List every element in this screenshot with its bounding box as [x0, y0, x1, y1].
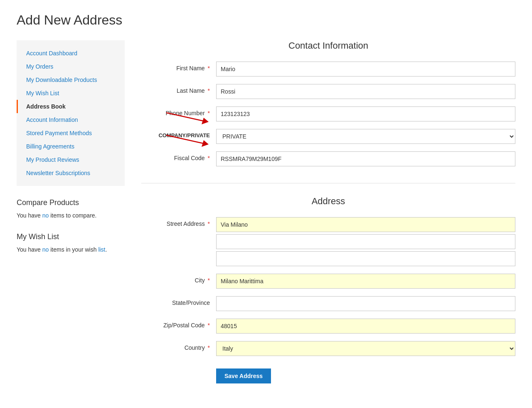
contact-section-title: Contact Information	[141, 40, 515, 51]
city-input[interactable]	[216, 274, 515, 289]
compare-products-title: Compare Products	[17, 198, 125, 207]
last-name-input[interactable]	[216, 84, 515, 99]
zip-postal-code-label: Zip/Postal Code *	[141, 319, 216, 329]
city-field	[216, 274, 515, 289]
compare-products-section: Compare Products You have no items to co…	[17, 198, 125, 220]
form-actions: Save Address	[216, 368, 515, 383]
zip-required: *	[208, 322, 210, 329]
wish-list-title: My Wish List	[17, 232, 125, 241]
zip-postal-code-field	[216, 319, 515, 334]
city-group: City *	[141, 274, 515, 289]
country-group: Country * Italy United States Germany Fr…	[141, 341, 515, 356]
street-address-group: Street Address *	[141, 217, 515, 266]
fiscal-code-group: Fiscal Code *	[141, 151, 515, 166]
first-name-required: *	[208, 65, 210, 72]
city-label: City *	[141, 274, 216, 284]
street-address-field	[216, 217, 515, 266]
compare-no-link[interactable]: no	[42, 212, 49, 219]
company-private-field: PRIVATE COMPANY	[216, 129, 515, 144]
zip-postal-code-input[interactable]	[216, 319, 515, 334]
main-content: Contact Information First Name * Last Na…	[141, 40, 515, 383]
fiscal-code-input[interactable]	[216, 151, 515, 166]
svg-marker-1	[202, 118, 209, 124]
sidebar-item-my-orders[interactable]: My Orders	[17, 60, 125, 73]
first-name-field	[216, 62, 515, 77]
last-name-label: Last Name *	[141, 84, 216, 94]
address-section-title: Address	[141, 196, 515, 207]
city-required: *	[208, 277, 210, 284]
save-address-button[interactable]: Save Address	[216, 368, 271, 383]
country-label: Country *	[141, 341, 216, 351]
phone-number-label: Phone Number *	[141, 106, 216, 116]
country-field: Italy United States Germany France Spain	[216, 341, 515, 356]
state-province-field	[216, 296, 515, 311]
company-private-select[interactable]: PRIVATE COMPANY	[216, 129, 515, 144]
sidebar-item-my-downloadable-products[interactable]: My Downloadable Products	[17, 73, 125, 87]
wish-list-text: You have no items in your wish list.	[17, 245, 125, 254]
street-address-input-2[interactable]	[216, 234, 515, 249]
state-province-label: State/Province	[141, 296, 216, 306]
phone-number-required: *	[208, 110, 210, 116]
company-private-label: COMPANY/PRIVATE	[141, 129, 216, 138]
fiscal-code-required: *	[208, 155, 210, 161]
address-section: Address Street Address *	[141, 196, 515, 356]
last-name-required: *	[208, 87, 210, 94]
street-address-required: *	[208, 220, 210, 227]
sidebar-item-my-wish-list[interactable]: My Wish List	[17, 87, 125, 100]
phone-number-group: Phone Number *	[141, 106, 515, 121]
last-name-group: Last Name *	[141, 84, 515, 99]
contact-information-section: Contact Information First Name * Last Na…	[141, 40, 515, 166]
country-required: *	[208, 344, 210, 351]
sidebar-item-my-product-reviews[interactable]: My Product Reviews	[17, 153, 125, 166]
wish-list-section: My Wish List You have no items in your w…	[17, 232, 125, 254]
last-name-field	[216, 84, 515, 99]
sidebar-item-stored-payment-methods[interactable]: Stored Payment Methods	[17, 126, 125, 140]
sidebar-item-billing-agreements[interactable]: Billing Agreements	[17, 140, 125, 153]
state-province-group: State/Province	[141, 296, 515, 311]
zip-postal-code-group: Zip/Postal Code *	[141, 319, 515, 334]
phone-number-input[interactable]	[216, 106, 515, 121]
state-province-input[interactable]	[216, 296, 515, 311]
wish-list-no-link[interactable]: no	[42, 246, 49, 253]
sidebar-navigation: Account Dashboard My Orders My Downloada…	[17, 40, 125, 186]
sidebar: Account Dashboard My Orders My Downloada…	[17, 40, 125, 383]
compare-products-text: You have no items to compare.	[17, 211, 125, 220]
wish-list-link[interactable]: list	[98, 246, 105, 253]
company-private-group: COMPANY/PRIVATE PRIVATE COMPANY	[141, 129, 515, 144]
first-name-input[interactable]	[216, 62, 515, 77]
street-address-input-3[interactable]	[216, 251, 515, 266]
street-address-input-1[interactable]	[216, 217, 515, 232]
street-address-label: Street Address *	[141, 217, 216, 227]
phone-number-field	[216, 106, 515, 121]
svg-marker-3	[202, 140, 209, 147]
sidebar-item-address-book[interactable]: Address Book	[17, 100, 125, 113]
fiscal-code-label: Fiscal Code *	[141, 151, 216, 161]
page-title: Add New Address	[17, 12, 515, 28]
country-select[interactable]: Italy United States Germany France Spain	[216, 341, 515, 356]
first-name-label: First Name *	[141, 62, 216, 72]
first-name-group: First Name *	[141, 62, 515, 77]
sidebar-item-newsletter-subscriptions[interactable]: Newsletter Subscriptions	[17, 166, 125, 180]
fiscal-code-field	[216, 151, 515, 166]
sidebar-item-account-information[interactable]: Account Information	[17, 113, 125, 126]
sidebar-item-account-dashboard[interactable]: Account Dashboard	[17, 47, 125, 60]
section-divider	[141, 183, 515, 183]
